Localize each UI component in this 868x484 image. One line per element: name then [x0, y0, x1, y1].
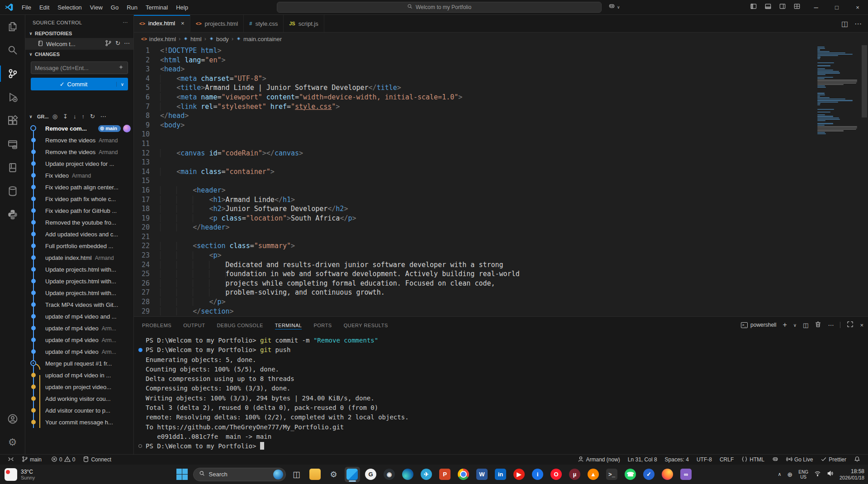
breadcrumb-item[interactable]: body [209, 36, 229, 42]
statusbar-db-connect[interactable]: Connect [80, 455, 114, 465]
layout-sidebar-icon[interactable] [750, 3, 757, 11]
language-indicator[interactable]: ENG US [798, 470, 808, 479]
commit-message-input[interactable]: Message (Ctrl+Ent... [31, 61, 128, 74]
statusbar-prettier[interactable]: Prettier [817, 455, 849, 465]
commit-row[interactable]: Fix videoArmand [25, 169, 133, 181]
breadcrumb[interactable]: <>index.html›html›body›main.container [134, 33, 868, 45]
wifi-icon[interactable] [814, 470, 821, 479]
statusbar-branch-indicator[interactable]: main [19, 455, 47, 465]
commit-row[interactable]: update of mp4 videoArm... [25, 322, 133, 334]
taskbar-app-opera[interactable]: O [549, 467, 564, 482]
commit-row[interactable]: update of mp4 videoArm... [25, 334, 133, 346]
activity-extensions-icon[interactable] [0, 109, 25, 132]
repository-row[interactable]: Welcom t... ↻ ⋯ [25, 38, 133, 50]
terminal-instance[interactable]: >_ powershell [741, 322, 776, 328]
taskbar-app-word[interactable]: W [474, 467, 490, 482]
commit-row[interactable]: Fix video path fix whole c... [25, 193, 133, 205]
commit-row[interactable]: Update project video for ... [25, 158, 133, 169]
commit-row[interactable]: Track MP4 videos with Git... [25, 299, 133, 310]
commit-row[interactable]: update index.htmlArmand [25, 252, 133, 263]
commit-row[interactable]: update of mp4 videoArm... [25, 346, 133, 357]
panel-tab-query-results[interactable]: QUERY RESULTS [344, 319, 388, 331]
repositories-section-header[interactable]: ∨ REPOSITORIES [25, 29, 133, 38]
taskbar-app-linkedin[interactable]: in [493, 467, 508, 482]
statusbar-encoding[interactable]: UTF-8 [693, 455, 715, 465]
statusbar-copilot[interactable] [769, 455, 782, 465]
taskbar-app-terminal-app[interactable]: >_ [604, 467, 620, 482]
menu-edit[interactable]: Edit [36, 3, 53, 12]
copilot-icon[interactable] [608, 3, 615, 11]
code-editor[interactable]: 1<!DOCTYPE html>2<html lang="en">3<head>… [134, 45, 868, 316]
volume-icon[interactable] [827, 470, 834, 479]
statusbar-remote-indicator[interactable] [5, 455, 17, 465]
commit-row[interactable]: Update projects.html with... [25, 287, 133, 299]
commit-row[interactable]: Update projects.html with... [25, 275, 133, 287]
maximize-panel-icon[interactable] [847, 321, 854, 329]
close-tab-icon[interactable]: × [181, 20, 185, 27]
command-center-search[interactable]: Welcom to my Portfolio [277, 2, 602, 13]
statusbar-indentation[interactable]: Spaces: 4 [662, 455, 692, 465]
commit-row[interactable]: Fix video path align center... [25, 181, 133, 193]
taskbar-app-telegram[interactable]: ✈ [419, 467, 434, 482]
commit-row[interactable]: Add updated videos and c... [25, 228, 133, 240]
kill-terminal-icon[interactable] [815, 321, 821, 329]
taskbar-app-edge[interactable] [400, 467, 416, 482]
commit-row[interactable]: Remove com...◎main [25, 122, 133, 134]
statusbar-commit-author[interactable]: Armand (now) [574, 455, 623, 465]
taskbar-app-task-view[interactable]: ◫ [289, 467, 304, 482]
commit-dropdown[interactable]: ∨ [116, 82, 128, 87]
pull-icon[interactable]: ↓ [73, 113, 76, 120]
statusbar-notifications[interactable] [851, 455, 863, 465]
activity-explorer-icon[interactable] [0, 15, 25, 38]
branch-icon[interactable] [105, 40, 112, 48]
tab-script.js[interactable]: JSscript.js [284, 15, 324, 32]
commit-row[interactable]: Merge pull request #1 fr... [25, 357, 133, 369]
menu-file[interactable]: File [18, 3, 35, 12]
breadcrumb-item[interactable]: main.container [236, 36, 282, 42]
taskbar-app-youtube[interactable]: ▶ [512, 467, 527, 482]
commit-row[interactable]: Update projects.html with... [25, 263, 133, 275]
activity-database-icon[interactable] [0, 179, 25, 203]
tab-index.html[interactable]: <>index.html× [134, 15, 190, 32]
activity-notebook-icon[interactable] [0, 156, 25, 179]
sparkle-icon[interactable] [118, 64, 124, 71]
taskbar-app-utorrent[interactable]: µ [567, 467, 583, 482]
activity-remote-explorer-icon[interactable] [0, 132, 25, 156]
chevron-down-icon[interactable]: ∨ [793, 323, 797, 328]
taskbar-app-visual-studio[interactable]: ∞ [678, 467, 694, 482]
menu-selection[interactable]: Selection [54, 3, 85, 12]
taskbar-app-obs[interactable]: ◉ [382, 467, 397, 482]
menu-view[interactable]: View [86, 3, 106, 12]
network-globe-icon[interactable]: ⊕ [787, 471, 793, 478]
more-actions-icon[interactable]: ⋯ [100, 113, 106, 120]
close-button[interactable]: × [847, 0, 868, 15]
taskbar-app-chrome[interactable] [456, 467, 471, 482]
statusbar-language-mode[interactable]: HTML [738, 455, 768, 465]
commit-row[interactable]: update on project video... [25, 381, 133, 393]
menu-help[interactable]: Help [172, 3, 192, 12]
close-panel-icon[interactable]: × [860, 322, 863, 329]
taskbar-app-github-desktop[interactable]: G [363, 467, 379, 482]
taskbar-app-powerpoint[interactable]: P [437, 467, 453, 482]
changes-section-header[interactable]: ∨ CHANGES [25, 50, 133, 59]
activity-source-control-icon[interactable] [0, 62, 25, 85]
panel-tab-terminal[interactable]: TERMINAL [275, 319, 302, 331]
taskbar-app-firefox[interactable] [660, 467, 675, 482]
commit-row[interactable]: Your commit message h... [25, 416, 133, 428]
chevron-down-icon[interactable]: ∨ [617, 5, 620, 9]
statusbar-eol[interactable]: CRLF [716, 455, 737, 465]
commit-row[interactable]: Remove the videosArmand [25, 146, 133, 158]
target-icon[interactable]: ◎ [52, 113, 57, 120]
more-actions-icon[interactable]: ⋯ [123, 19, 128, 25]
taskbar-app-file-explorer[interactable] [308, 467, 323, 482]
statusbar-cursor-position[interactable]: Ln 31, Col 8 [625, 455, 660, 465]
tab-projects.html[interactable]: <>projects.html [190, 15, 244, 32]
commit-row[interactable]: upload of mp4 video in ... [25, 369, 133, 381]
tab-style.css[interactable]: #style.css [244, 15, 284, 32]
commit-button[interactable]: ✓ Commit ∨ [31, 78, 128, 90]
taskbar-app-settings[interactable]: ⚙ [326, 467, 342, 482]
menu-go[interactable]: Go [107, 3, 122, 12]
commit-row[interactable]: Remove the videosArmand [25, 134, 133, 146]
tray-chevron-up-icon[interactable]: ∧ [778, 471, 781, 477]
taskbar-search[interactable]: Search [193, 468, 286, 481]
